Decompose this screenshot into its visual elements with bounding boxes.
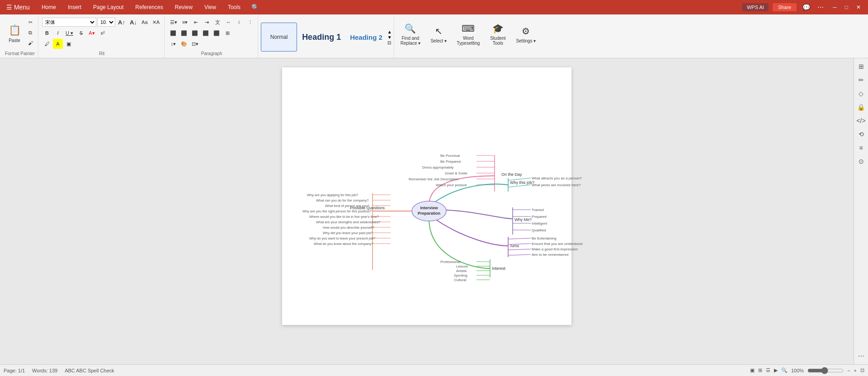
find-replace-button[interactable]: 🔍 Find andReplace ▾	[397, 18, 424, 51]
more-para-button[interactable]: ⋮	[245, 17, 255, 27]
words-status: Words: 139	[32, 368, 57, 373]
paste-button[interactable]: 📋 Paste	[5, 17, 24, 50]
svg-text:Why did you leave your past jo: Why did you leave your past job?	[323, 231, 373, 235]
right-sidebar-btn5[interactable]: ⟲	[855, 128, 868, 141]
style-heading1-button[interactable]: Heading 1	[298, 23, 345, 52]
tab-review[interactable]: Review	[170, 2, 198, 12]
zoom-minus-button[interactable]: −	[847, 368, 850, 373]
superscript-button[interactable]: x²	[98, 28, 108, 38]
style-heading2-button[interactable]: Heading 2	[346, 23, 387, 52]
tab-tools[interactable]: Tools	[222, 2, 246, 12]
numbered-list-button[interactable]: ≡▾	[180, 17, 190, 27]
right-tools-group: 🔍 Find andReplace ▾ ↖ Select ▾ ⌨ WordTyp…	[395, 16, 542, 58]
view-normal-icon[interactable]: ▣	[750, 367, 755, 373]
para-shading-button[interactable]: 🎨	[179, 39, 189, 49]
right-sidebar-btn3[interactable]: 🔒	[855, 101, 868, 113]
bold-button[interactable]: B	[42, 28, 52, 38]
zoom-slider[interactable]	[807, 367, 844, 374]
spell-check-label: ABC Spell Check	[76, 368, 114, 373]
main-area: Interview Preparation On the Day Be Punc…	[0, 58, 868, 364]
view-layout-icon[interactable]: ⊞	[758, 367, 762, 373]
cut-button[interactable]: ✂	[25, 17, 35, 27]
align-right-button[interactable]: ⬛	[190, 28, 200, 38]
underline-button[interactable]: U ▾	[64, 28, 75, 38]
distributed-button[interactable]: ⬛	[212, 28, 222, 38]
share-button[interactable]: Share	[772, 3, 797, 12]
align-center-button[interactable]: ⬛	[179, 28, 189, 38]
borders-button[interactable]: ⊡▾	[190, 39, 200, 49]
right-sidebar-btn7[interactable]: ⊙	[855, 155, 868, 168]
border-button[interactable]: ▣	[64, 39, 74, 49]
svg-text:Dress appropriately: Dress appropriately	[422, 165, 453, 169]
text-direction-button[interactable]: ↔	[223, 17, 233, 27]
minimize-button[interactable]: ─	[829, 3, 840, 11]
student-tools-button[interactable]: 🎓 StudentTools	[485, 18, 510, 51]
zoom-plus-button[interactable]: +	[854, 368, 857, 373]
spell-check-status[interactable]: ABC ABC Spell Check	[65, 368, 114, 373]
justify-button[interactable]: ⬛	[201, 28, 211, 38]
view-list-icon[interactable]: ☰	[766, 367, 770, 373]
right-sidebar-btn2[interactable]: ◇	[855, 87, 868, 100]
tab-references[interactable]: References	[130, 2, 168, 12]
paragraph-label: Paragraph	[201, 51, 222, 57]
search-icon[interactable]: 🔍	[250, 3, 261, 12]
word-typesetting-button[interactable]: ⌨ WordTypesetting	[453, 18, 483, 51]
student-tools-icon: 🎓	[492, 23, 504, 34]
svg-text:Aim to be remembered: Aim to be remembered	[532, 253, 568, 257]
increase-indent-button[interactable]: ⇥	[202, 17, 212, 27]
svg-text:What do you know about the com: What do you know about the company?	[314, 242, 373, 246]
styles-group: Normal Heading 1 Heading 2 ▲ ▼ ⊡	[259, 16, 394, 58]
bullet-list-button[interactable]: ☰▾	[168, 17, 179, 27]
zoom-out-button[interactable]: 🔍	[781, 367, 788, 373]
table-button[interactable]: ⊞	[222, 28, 232, 38]
align-left-button[interactable]: ⬛	[168, 28, 178, 38]
decrease-font-button[interactable]: A↓	[128, 17, 139, 27]
svg-text:What attracts you as a person?: What attracts you as a person?	[532, 176, 582, 180]
editor-area[interactable]: Interview Preparation On the Day Be Punc…	[0, 58, 854, 364]
ribbon: 📋 Paste ✂ ⧉ 🖌 Format Painter 宋体	[0, 14, 868, 58]
right-sidebar-btn6[interactable]: ≡	[855, 141, 868, 154]
style-normal-button[interactable]: Normal	[261, 23, 297, 52]
styles-gallery-arrow[interactable]: ▲ ▼ ⊡	[387, 29, 392, 45]
clear-format-button[interactable]: ✕A	[151, 17, 161, 27]
tab-page-layout[interactable]: Page Layout	[88, 2, 129, 12]
font-size-select[interactable]: 10.5	[97, 18, 115, 27]
play-icon[interactable]: ▶	[774, 367, 778, 373]
italic-button[interactable]: I	[53, 28, 63, 38]
columns-button[interactable]: ⫶	[234, 17, 244, 27]
font-name-select[interactable]: 宋体	[42, 18, 96, 27]
shading-button[interactable]: A	[53, 39, 63, 49]
strikethrough-button[interactable]: S̶	[76, 28, 86, 38]
right-sidebar-scroll-up[interactable]: ⊞	[855, 60, 868, 73]
tab-insert[interactable]: Insert	[62, 2, 87, 12]
right-sidebar-btn4[interactable]: </>	[855, 114, 868, 127]
chinese-layout-button[interactable]: 文	[212, 17, 222, 27]
svg-text:Watch your posture: Watch your posture	[436, 183, 467, 187]
select-button[interactable]: ↖ Select ▾	[426, 18, 451, 51]
tab-home[interactable]: Home	[36, 2, 61, 12]
close-button[interactable]: ✕	[853, 3, 864, 11]
maximize-button[interactable]: □	[841, 3, 852, 11]
fit-page-button[interactable]: ⊡	[860, 367, 864, 373]
svg-text:Why Me?: Why Me?	[514, 217, 532, 222]
copy-button[interactable]: ⧉	[25, 28, 35, 38]
wps-ai-button[interactable]: WPS AI	[742, 3, 769, 11]
decrease-indent-button[interactable]: ⇤	[191, 17, 201, 27]
zoom-level-label: 100%	[791, 368, 804, 373]
format-painter-button[interactable]: 🖌	[25, 38, 35, 48]
menu-icon[interactable]: ☰ Menu	[4, 3, 33, 12]
right-sidebar-more[interactable]: ⋯	[855, 350, 868, 362]
right-sidebar-btn1[interactable]: ✏	[855, 74, 868, 86]
tab-view[interactable]: View	[199, 2, 222, 12]
line-spacing-button[interactable]: ↕▾	[168, 39, 178, 49]
settings-button[interactable]: ⚙ Settings ▾	[512, 18, 539, 51]
comment-icon[interactable]: 💬	[801, 3, 812, 12]
svg-text:Artistic: Artistic	[456, 269, 467, 273]
highlight-button[interactable]: 🖊	[42, 39, 52, 49]
font-color-button[interactable]: A▾	[87, 28, 97, 38]
more-icon[interactable]: ⋯	[816, 3, 826, 12]
svg-text:Prepared: Prepared	[532, 215, 547, 219]
font-case-button[interactable]: Aa	[140, 17, 150, 27]
increase-font-button[interactable]: A↑	[116, 17, 127, 27]
svg-text:Be Punctual: Be Punctual	[440, 154, 460, 158]
